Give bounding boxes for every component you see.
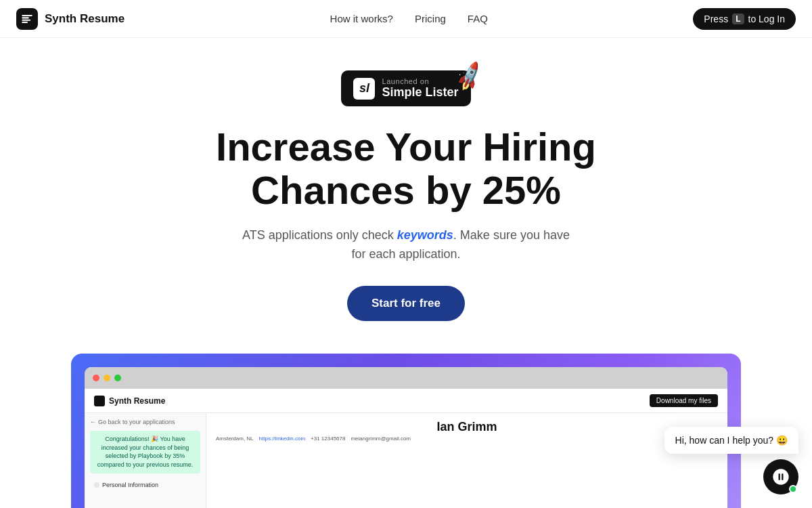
nav-faq[interactable]: FAQ [468, 13, 488, 24]
resume-name: Ian Grimm [216, 420, 718, 434]
product-preview: Synth Resume Download my files ← Go back… [71, 354, 741, 508]
chat-icon [771, 467, 790, 486]
inner-main: Ian Grimm Amsterdam, NL https://linkedin… [206, 413, 727, 508]
hero-subtitle: ATS applications only check keywords. Ma… [237, 226, 575, 265]
section-indicator [94, 482, 99, 488]
browser-content: Synth Resume Download my files ← Go back… [85, 389, 727, 508]
inner-brand-name: Synth Resume [109, 396, 165, 406]
badge-platform: Simple Lister [382, 85, 458, 100]
inner-sidebar: ← Go back to your applications Congratul… [85, 413, 206, 508]
minimize-dot [104, 375, 110, 381]
inner-app: Synth Resume Download my files ← Go back… [85, 389, 727, 508]
brand-name: Synth Resume [45, 12, 125, 26]
close-dot [93, 375, 99, 381]
simple-lister-logo: sl [353, 78, 375, 100]
contact-phone: +31 12345678 [311, 436, 345, 442]
contact-location: Amsterdam, NL [216, 436, 254, 442]
nav-how-it-works[interactable]: How it works? [330, 13, 393, 24]
browser-chrome [85, 367, 727, 389]
login-suffix: to Log In [748, 14, 786, 24]
browser-frame: Synth Resume Download my files ← Go back… [85, 367, 727, 508]
brand: Synth Resume [16, 8, 125, 30]
chat-bubble: Hi, how can I help you? 😀 [664, 427, 798, 454]
inner-navbar: Synth Resume Download my files [85, 389, 727, 413]
hero-title: Increase Your Hiring Chances by 25% [135, 125, 677, 212]
login-key: L [732, 14, 744, 24]
online-indicator [789, 485, 797, 493]
badge-launched: Launched on [382, 77, 429, 85]
chat-avatar-button[interactable] [763, 459, 798, 494]
sidebar-section-personal: Personal Information [90, 479, 200, 491]
subtitle-pre: ATS applications only check [242, 228, 397, 242]
cta-button[interactable]: Start for free [347, 286, 465, 321]
navbar: Synth Resume How it works? Pricing FAQ P… [0, 0, 812, 38]
badge-text: Launched on Simple Lister [382, 77, 458, 100]
launched-badge: sl Launched on Simple Lister 🚀 [341, 70, 470, 106]
back-link-text: Go back to your applications [98, 419, 175, 425]
chat-widget: Hi, how can I help you? 😀 [664, 427, 798, 494]
contact-email: meiangrimm@gmail.com [351, 436, 411, 442]
download-button[interactable]: Download my files [650, 394, 718, 407]
subtitle-keyword: keywords [397, 228, 453, 242]
back-link[interactable]: ← Go back to your applications [90, 419, 200, 425]
section-label: Personal Information [102, 482, 158, 488]
congrats-message: Congratulations! 🎉 You have increased yo… [90, 431, 200, 473]
inner-content: ← Go back to your applications Congratul… [85, 413, 727, 508]
login-button[interactable]: Press L to Log In [693, 8, 796, 30]
expand-dot [114, 375, 121, 381]
inner-brand-icon [94, 396, 105, 406]
nav-links: How it works? Pricing FAQ [330, 13, 488, 24]
inner-brand: Synth Resume [94, 396, 165, 406]
logo-icon [20, 12, 34, 26]
nav-pricing[interactable]: Pricing [415, 13, 446, 24]
brand-icon [16, 8, 38, 30]
resume-contact: Amsterdam, NL https://linkedin.com +31 1… [216, 436, 718, 442]
login-prefix: Press [704, 14, 728, 24]
contact-linkedin[interactable]: https://linkedin.com [259, 436, 305, 442]
